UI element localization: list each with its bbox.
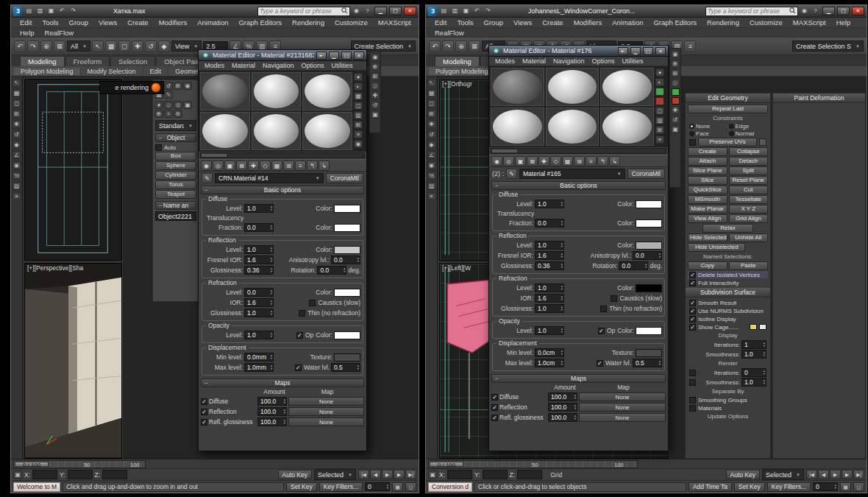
map-button[interactable]: None bbox=[288, 417, 364, 426]
primitive-button[interactable]: Teapot bbox=[155, 190, 196, 199]
pan-icon[interactable]: ✚ bbox=[671, 106, 680, 114]
menu-item[interactable]: MAXScript bbox=[788, 18, 831, 27]
time-slider-thumb[interactable]: 0 / 100 bbox=[15, 462, 49, 467]
map-amount-spinner[interactable]: 100.0 bbox=[548, 413, 577, 422]
redo-icon[interactable]: ↷ bbox=[27, 40, 39, 52]
refraction-glossiness-spinner[interactable]: 1.0 bbox=[535, 304, 564, 313]
select-and-rotate-icon[interactable]: ↺ bbox=[13, 130, 21, 138]
maps-rollout[interactable]: Maps bbox=[201, 378, 364, 387]
previous-frame-button[interactable]: ◀ bbox=[818, 470, 829, 479]
panel-button[interactable]: Reset Plane bbox=[729, 176, 769, 185]
sample-uv-tiling-icon[interactable]: ◻ bbox=[655, 107, 664, 115]
viewport-front[interactable] bbox=[24, 79, 122, 261]
caustics-checkbox[interactable] bbox=[309, 300, 316, 306]
put-material-to-scene-icon[interactable]: ◎ bbox=[213, 161, 224, 171]
select-by-name-icon[interactable]: ▦ bbox=[427, 89, 436, 97]
video-color-check-icon[interactable]: ▥ bbox=[655, 116, 664, 124]
go-forward-to-sibling-icon[interactable]: ↳ bbox=[319, 161, 330, 171]
opacity-color-swatch[interactable] bbox=[334, 331, 360, 339]
slots-scrollbar[interactable] bbox=[491, 148, 666, 154]
repeat-last-button[interactable]: Repeat Last bbox=[688, 105, 768, 113]
dock-icon[interactable]: ⇤ bbox=[316, 52, 327, 60]
pick-material-from-object-icon[interactable]: ✎ bbox=[506, 169, 517, 179]
constraint-radio[interactable]: Face bbox=[689, 130, 728, 137]
select-by-material-icon[interactable]: ◉ bbox=[354, 140, 363, 148]
undo-icon[interactable]: ↶ bbox=[14, 40, 26, 52]
subdivision-checkbox[interactable] bbox=[689, 316, 696, 322]
primitive-button[interactable]: Torus bbox=[155, 180, 196, 189]
put-to-library-icon[interactable]: ▦ bbox=[562, 156, 573, 166]
dock-icon[interactable]: ⇤ bbox=[618, 47, 628, 55]
menu-item[interactable]: Modifiers bbox=[154, 18, 193, 27]
min-level-spinner[interactable]: 0.0cm bbox=[535, 348, 564, 357]
thin-checkbox[interactable] bbox=[600, 306, 607, 312]
material-editor-titlebar[interactable]: ◉ Material Editor - Material #176 ⇤ ▁ ▢ … bbox=[489, 46, 668, 57]
play-button[interactable]: ▶ bbox=[830, 470, 841, 479]
viewport-label[interactable]: [+][Orthogr bbox=[442, 80, 472, 88]
material-slot[interactable] bbox=[600, 68, 654, 106]
new-scene-icon[interactable]: ▤ bbox=[439, 7, 449, 15]
next-frame-button[interactable]: ▶ bbox=[394, 470, 405, 479]
percent-snap-icon[interactable]: % bbox=[427, 172, 436, 180]
material-editor-titlebar[interactable]: ◉ Material Editor - Material #2131683965… bbox=[199, 50, 366, 61]
menu-item[interactable]: Views bbox=[93, 18, 122, 27]
pan-icon[interactable]: ✚ bbox=[371, 91, 380, 99]
refraction-level-spinner[interactable]: 1.0 bbox=[535, 283, 564, 292]
cameras-category-icon[interactable]: ▣ bbox=[183, 101, 192, 109]
select-and-link-icon[interactable]: ⊕ bbox=[40, 40, 52, 52]
undo-icon[interactable]: ↶ bbox=[429, 40, 441, 52]
reflection-level-spinner[interactable]: 1.0 bbox=[535, 241, 564, 250]
object-color-swatch[interactable] bbox=[672, 97, 680, 105]
panel-button[interactable]: Collapse bbox=[729, 147, 769, 156]
unlink-selection-icon[interactable]: ⊠ bbox=[54, 40, 65, 52]
titlebar[interactable]: 3 ▤ ▥ ▣ ↶ ↷ Хатка.max ◉ ? ▁ ▢ ✕ bbox=[11, 5, 419, 18]
menu-item[interactable]: Utilities bbox=[622, 57, 644, 65]
water-level-checkbox[interactable] bbox=[295, 364, 302, 371]
separate-checkbox[interactable] bbox=[689, 405, 696, 412]
menu-item[interactable]: Edit bbox=[430, 18, 452, 27]
named-selection-dropdown[interactable]: Create Selection S▼ bbox=[792, 40, 864, 52]
material-slot[interactable] bbox=[491, 107, 544, 146]
preserve-uvs-checkbox[interactable] bbox=[689, 139, 696, 146]
shapes-category-icon[interactable]: ◇ bbox=[164, 101, 173, 109]
translucency-fraction-spinner[interactable]: 0.0 bbox=[535, 219, 564, 228]
edit-geometry-header[interactable]: Edit Geometry bbox=[686, 94, 770, 103]
options-icon[interactable]: ≡ bbox=[655, 135, 664, 144]
rotation-spinner[interactable]: 0.0 bbox=[619, 261, 648, 270]
menu-item[interactable]: Animation bbox=[607, 18, 648, 27]
menu-item[interactable]: Modifiers bbox=[569, 18, 608, 27]
paint-deformation-header[interactable]: Paint Deformation bbox=[773, 94, 865, 103]
ribbon-tab[interactable]: Modeling bbox=[435, 56, 480, 66]
ribbon-tab[interactable]: Modeling bbox=[20, 56, 65, 66]
min-level-spinner[interactable]: 0.0mm bbox=[244, 353, 274, 362]
map-amount-spinner[interactable]: 100.0 bbox=[257, 397, 287, 406]
menu-item[interactable]: Group bbox=[479, 18, 508, 27]
orbit-icon[interactable]: ↺ bbox=[671, 116, 680, 124]
hide-selected-button[interactable]: Hide Selected bbox=[688, 233, 728, 242]
max-level-spinner[interactable]: 1.0cm bbox=[535, 359, 564, 367]
render-smoothness-spinner[interactable]: 1.0 bbox=[741, 378, 766, 387]
go-to-parent-icon[interactable]: ↰ bbox=[597, 156, 608, 166]
panel-button[interactable]: Slice bbox=[688, 176, 728, 185]
primitive-button[interactable]: Sphere bbox=[155, 161, 196, 170]
video-color-check-icon[interactable]: ▥ bbox=[354, 111, 363, 119]
minimize-button[interactable]: ▁ bbox=[374, 7, 387, 15]
crossing-selection-icon[interactable]: ⊞ bbox=[13, 110, 21, 118]
isolate-selection-icon[interactable]: ◻ bbox=[405, 482, 416, 492]
panel-button[interactable]: Detach bbox=[729, 157, 769, 166]
menu-item[interactable]: Rendering bbox=[287, 18, 330, 27]
close-button[interactable]: ✕ bbox=[404, 7, 416, 15]
unhide-all-button[interactable]: Unhide All bbox=[729, 233, 769, 242]
constraint-radio[interactable]: None bbox=[689, 123, 728, 130]
select-object-icon[interactable]: ↖ bbox=[427, 79, 436, 87]
select-by-name-icon[interactable]: ▦ bbox=[105, 40, 117, 52]
material-slot[interactable] bbox=[546, 107, 600, 146]
caustics-checkbox[interactable] bbox=[611, 295, 617, 302]
primitive-button[interactable]: Cylinder bbox=[155, 171, 196, 180]
zoom-icon[interactable]: ◉ bbox=[371, 53, 380, 61]
select-and-link-icon[interactable]: ⊕ bbox=[455, 40, 467, 52]
go-to-parent-icon[interactable]: ↰ bbox=[307, 161, 318, 171]
map-button[interactable]: None bbox=[579, 392, 666, 401]
show-map-in-viewport-icon[interactable]: ≡ bbox=[586, 156, 597, 166]
helpers-category-icon[interactable]: ⊕ bbox=[154, 110, 163, 118]
